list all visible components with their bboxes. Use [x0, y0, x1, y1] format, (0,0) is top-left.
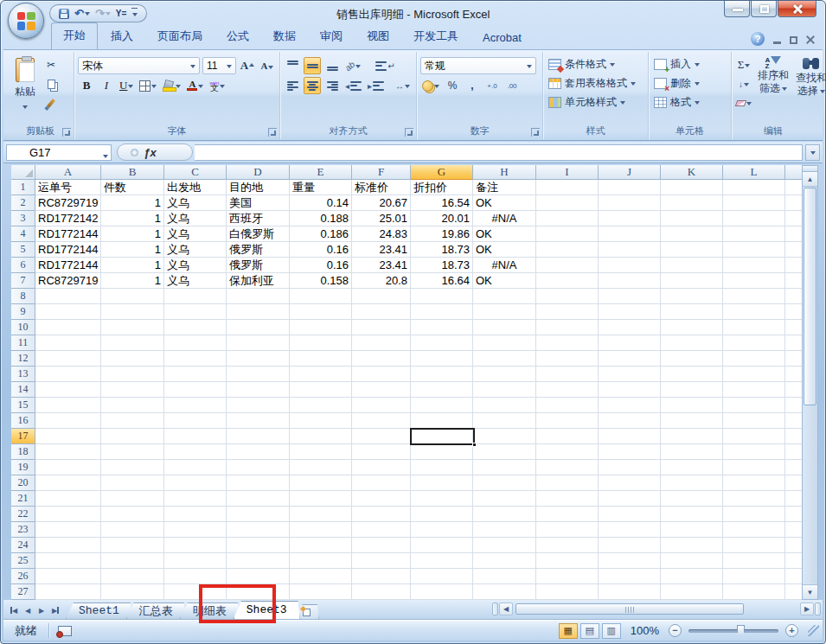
cell-I6[interactable] [536, 258, 599, 273]
cell-E19[interactable] [290, 460, 352, 475]
styles-item-单元格样式[interactable]: 单元格样式 [546, 92, 645, 112]
cell-J25[interactable] [599, 553, 661, 569]
copy-button[interactable] [42, 75, 60, 92]
cell-L13[interactable] [723, 367, 785, 382]
cell-D2[interactable]: 美国 [227, 195, 290, 211]
cell-partial[interactable] [785, 242, 804, 258]
cell-B20[interactable] [101, 475, 164, 491]
cell-L6[interactable] [723, 258, 785, 273]
cell-K25[interactable] [661, 553, 723, 569]
cell-A12[interactable] [35, 351, 101, 367]
cell-F5[interactable]: 23.41 [352, 242, 411, 258]
row-header-1[interactable]: 1 [11, 180, 35, 195]
cell-H21[interactable] [473, 491, 536, 507]
cell-C3[interactable]: 义乌 [164, 211, 227, 226]
tab-数据[interactable]: 数据 [262, 23, 307, 49]
cell-I2[interactable] [536, 195, 599, 211]
cell-E16[interactable] [290, 413, 352, 429]
cell-D20[interactable] [227, 475, 290, 491]
cell-A19[interactable] [35, 460, 101, 475]
cell-G3[interactable]: 20.01 [411, 211, 473, 226]
column-header-I[interactable]: I [536, 165, 599, 180]
sheet-tab-汇总表[interactable]: 汇总表 [126, 603, 186, 619]
cell-D24[interactable] [227, 538, 290, 553]
merge-center-button[interactable]: ↔ [394, 77, 412, 94]
cell-D7[interactable]: 保加利亚 [227, 273, 290, 289]
cell-J14[interactable] [599, 382, 661, 398]
cell-partial[interactable] [785, 335, 804, 351]
cell-L22[interactable] [723, 507, 785, 522]
cell-D8[interactable] [227, 289, 290, 304]
cell-C26[interactable] [164, 569, 227, 584]
cell-J9[interactable] [599, 304, 661, 320]
cell-K8[interactable] [661, 289, 723, 304]
tab-Acrobat[interactable]: Acrobat [471, 26, 533, 49]
cell-partial[interactable] [785, 522, 804, 538]
cell-partial[interactable] [785, 475, 804, 491]
cell-H18[interactable] [473, 444, 536, 460]
cell-I24[interactable] [536, 538, 599, 553]
cell-F22[interactable] [352, 507, 411, 522]
vertical-split-handle[interactable] [803, 166, 817, 172]
cell-B17[interactable] [101, 429, 164, 444]
cell-G2[interactable]: 16.54 [411, 195, 473, 211]
cell-C10[interactable] [164, 320, 227, 335]
horizontal-scroll-thumb[interactable] [515, 603, 744, 615]
cell-D27[interactable] [227, 584, 290, 600]
cell-F27[interactable] [352, 584, 411, 600]
cell-B9[interactable] [101, 304, 164, 320]
first-sheet-button[interactable]: ◀ [8, 604, 20, 616]
cell-L11[interactable] [723, 335, 785, 351]
cell-J15[interactable] [599, 398, 661, 413]
next-sheet-button[interactable]: ▶ [35, 604, 48, 616]
row-header-20[interactable]: 20 [11, 475, 35, 491]
cell-E20[interactable] [290, 475, 352, 491]
cell-B18[interactable] [101, 444, 164, 460]
cell-L2[interactable] [723, 195, 785, 211]
cell-A13[interactable] [35, 367, 101, 382]
cell-H9[interactable] [473, 304, 536, 320]
fill-color-button[interactable] [161, 77, 182, 94]
cell-L10[interactable] [723, 320, 785, 335]
cell-E15[interactable] [290, 398, 352, 413]
cell-G11[interactable] [411, 335, 473, 351]
cell-J8[interactable] [599, 289, 661, 304]
cell-G15[interactable] [411, 398, 473, 413]
sheet-tab-Sheet1[interactable]: Sheet1 [66, 603, 132, 619]
cell-L23[interactable] [723, 522, 785, 538]
cell-C8[interactable] [164, 289, 227, 304]
row-header-4[interactable]: 4 [11, 226, 35, 242]
cell-H15[interactable] [473, 398, 536, 413]
cell-F2[interactable]: 20.67 [352, 195, 411, 211]
cell-F26[interactable] [352, 569, 411, 584]
cell-A7[interactable]: RC8729719 [35, 273, 101, 289]
workbook-close-icon[interactable] [806, 35, 815, 44]
cell-K13[interactable] [661, 367, 723, 382]
row-header-27[interactable]: 27 [11, 584, 35, 600]
cell-C17[interactable] [164, 429, 227, 444]
horizontal-scrollbar[interactable]: ◀ ▶ [492, 602, 821, 616]
column-header-A[interactable]: A [35, 165, 101, 180]
cell-B26[interactable] [101, 569, 164, 584]
cell-H2[interactable]: OK [473, 195, 536, 211]
zoom-level[interactable]: 100% [631, 624, 659, 637]
cell-C6[interactable]: 义乌 [164, 258, 227, 273]
cell-D4[interactable]: 白俄罗斯 [227, 226, 290, 242]
cell-D22[interactable] [227, 507, 290, 522]
row-header-2[interactable]: 2 [11, 195, 35, 211]
cell-partial[interactable] [785, 195, 804, 211]
cell-A17[interactable] [35, 429, 101, 444]
cell-K17[interactable] [661, 429, 723, 444]
column-header-J[interactable]: J [599, 165, 661, 180]
cell-F17[interactable] [352, 429, 411, 444]
cell-A20[interactable] [35, 475, 101, 491]
cell-I5[interactable] [536, 242, 599, 258]
cell-B5[interactable]: 1 [101, 242, 164, 258]
cell-L9[interactable] [723, 304, 785, 320]
cell-K24[interactable] [661, 538, 723, 553]
cell-G5[interactable]: 18.73 [411, 242, 473, 258]
format-painter-button[interactable] [42, 94, 60, 112]
cell-partial[interactable] [785, 569, 804, 584]
cell-H6[interactable]: #N/A [473, 258, 536, 273]
cell-K11[interactable] [661, 335, 723, 351]
